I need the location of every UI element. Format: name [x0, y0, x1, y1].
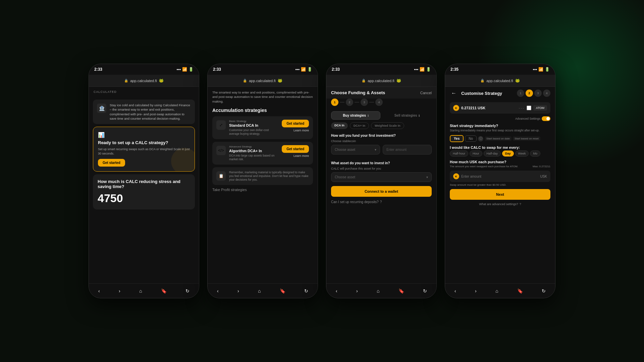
phone-2-content: The smartest way to enter and exit posit… — [208, 87, 318, 283]
p3-choose-asset-text: Choose asset — [335, 148, 355, 152]
p4-token-row: K 0.272211 USK ··· ATOM — [450, 102, 550, 114]
freq-halfhour[interactable]: Half-hour — [450, 150, 468, 157]
p4-next-button[interactable]: Next — [450, 189, 550, 200]
strategy-desc-1: Customise your own dollar-cost average b… — [229, 128, 278, 136]
tab-buy-strategies[interactable]: Buy strategies ℹ — [331, 111, 380, 120]
phone-3-content: Choose Funding & Assets Cancel 1 2 3 4 B… — [326, 87, 436, 283]
address-bar-2: 🔒 app.calculated.fi 🐸 — [208, 75, 318, 87]
subtab-dca-plus-label: DCA+ In — [354, 124, 365, 127]
p4-info-button[interactable]: ⓘ — [478, 136, 483, 141]
battery-icon: 🔋 — [189, 67, 194, 72]
info-card-text: Remember, marketing material is typicall… — [229, 171, 309, 182]
strategy-cta-1[interactable]: Get started — [282, 120, 309, 127]
subtab-weighted[interactable]: Weighted Scale In — [371, 122, 404, 129]
token-checkbox[interactable] — [527, 106, 531, 110]
p4-amount-input[interactable] — [461, 175, 538, 178]
p4-step-1: 1 — [517, 89, 524, 97]
lock-icon-4: 🔒 — [480, 79, 484, 82]
nav-bookmark-3[interactable]: 🔖 — [396, 287, 407, 295]
adv-settings-toggle[interactable] — [542, 116, 550, 121]
nav-home-3[interactable]: ⌂ — [374, 287, 382, 295]
nav-back-4[interactable]: ‹ — [452, 287, 459, 295]
token-switch-button[interactable]: ATOM — [533, 105, 547, 111]
p3-choose-asset-select[interactable]: Choose asset ▾ — [331, 145, 380, 155]
step-line-1 — [340, 102, 344, 103]
nav-forward-1[interactable]: › — [116, 287, 123, 295]
strategy-card-1: ⤢ Basic Strategy Standard DCA In Customi… — [212, 116, 313, 139]
p1-bottom-card: How much is CALC reducing stress and sav… — [93, 174, 195, 209]
nav-back-1[interactable]: ‹ — [96, 287, 103, 295]
p4-step-2: 2 — [526, 89, 533, 97]
nav-refresh-1[interactable]: ↻ — [183, 287, 192, 295]
status-bar-4: 2:35 ▪▪▪ 📶 🔋 — [445, 64, 555, 75]
nav-bookmark-2[interactable]: 🔖 — [277, 287, 288, 295]
p3-title: Choose Funding & Assets — [331, 90, 385, 95]
address-bar-4: 🔒 app.calculated.fi 🐸 — [445, 75, 555, 87]
nav-bookmark-1[interactable]: 🔖 — [158, 287, 169, 295]
nav-refresh-2[interactable]: ↻ — [302, 287, 311, 295]
step-2: 2 — [346, 99, 353, 106]
p4-yes-no-row: Yes No ⓘ Start based on date Start based… — [450, 135, 550, 142]
strategy-learn-2[interactable]: Learn more — [293, 154, 309, 158]
nav-bookmark-4[interactable]: 🔖 — [515, 287, 526, 295]
nav-refresh-4[interactable]: ↻ — [539, 287, 548, 295]
p4-back-button[interactable]: ← — [450, 90, 458, 96]
nav-forward-3[interactable]: › — [354, 287, 361, 295]
freq-day[interactable]: Day — [502, 150, 514, 157]
subtab-weighted-label: Weighted Scale In — [375, 124, 400, 127]
nav-forward-4[interactable]: › — [472, 287, 479, 295]
p4-amount-section: How much USK each purchase? The amount y… — [450, 160, 550, 186]
p4-content: K 0.272211 USK ··· ATOM Advanced Setting… — [445, 100, 555, 283]
address-2: app.calculated.fi — [249, 79, 276, 83]
strategy-cta-2[interactable]: Get started — [282, 145, 309, 153]
step-4: 4 — [375, 99, 383, 106]
p4-start-desc: Starting immediately means your first sw… — [450, 129, 550, 132]
p4-amount-desc-text: The amount you want swapped each purchas… — [450, 165, 518, 168]
subtab-dca-label: DCA In — [334, 124, 344, 127]
p3-invest-asset-select[interactable]: Choose asset ▾ — [331, 172, 432, 182]
p4-adv-help-icon: ? — [520, 202, 521, 206]
nav-home-4[interactable]: ⌂ — [493, 287, 501, 295]
p4-no-button[interactable]: No — [465, 135, 477, 142]
freq-hour[interactable]: Hour — [470, 150, 482, 157]
tab-buy-info: ℹ — [368, 114, 369, 117]
p4-amount-title: How much USK each purchase? — [450, 160, 550, 164]
freq-week[interactable]: Week — [515, 150, 529, 157]
p1-card-icon: 📊 — [98, 132, 190, 138]
nav-home-1[interactable]: ⌂ — [137, 287, 145, 295]
nav-refresh-3[interactable]: ↻ — [420, 287, 430, 295]
start-based-reset: Start based on reset — [513, 136, 540, 141]
tab-sell-strategies[interactable]: Sell strategies ℹ — [382, 111, 432, 120]
p4-title: Customise Strategy — [461, 91, 514, 96]
subtab-dca-plus[interactable]: DCA+ In — [350, 122, 369, 129]
subtab-dca-in[interactable]: DCA In — [331, 122, 348, 129]
freq-halfday[interactable]: Half-day — [484, 150, 501, 157]
nav-home-2[interactable]: ⌂ — [255, 287, 263, 295]
strategy-badge-1: Basic Strategy — [229, 120, 278, 123]
nav-forward-2[interactable]: › — [235, 287, 242, 295]
p4-adv-link-text[interactable]: What are advanced settings? — [479, 202, 518, 206]
nav-bar-3: ‹ › ⌂ 🔖 ↻ — [326, 283, 436, 298]
strategy-learn-1[interactable]: Learn more — [293, 129, 309, 132]
nav-back-2[interactable]: ‹ — [214, 287, 221, 295]
p1-bottom-title: How much is CALC reducing stress and sav… — [98, 179, 190, 189]
p3-amount-input[interactable]: Enter amount — [383, 145, 432, 155]
p3-help-row: Can I set up recurring deposits? ? — [331, 200, 432, 204]
strategy-actions-2: Get started Learn more — [282, 145, 309, 158]
p1-get-started-button[interactable]: Get started — [98, 159, 125, 167]
lock-icon-2: 🔒 — [243, 79, 247, 82]
start-based-date: Start based on date — [485, 136, 512, 141]
step-3: 3 — [361, 99, 368, 106]
battery-icon-4: 🔋 — [545, 67, 550, 72]
p3-cancel[interactable]: Cancel — [420, 91, 432, 95]
status-time-2: 2:33 — [213, 67, 221, 72]
p3-invest-asset-text: Choose asset — [335, 175, 355, 179]
strategy-info-2: Advanced Strategy Algorithm DCA+ In DCA … — [229, 145, 278, 161]
signal-icon-2: ▪▪▪ — [295, 67, 300, 72]
freq-month[interactable]: Mo — [530, 150, 540, 157]
p4-yes-button[interactable]: Yes — [450, 135, 464, 142]
p3-invest-section: What asset do you want to invest in? CAL… — [326, 159, 436, 206]
p3-connect-wallet-button[interactable]: Connect to a wallet — [331, 186, 432, 197]
nav-back-3[interactable]: ‹ — [333, 287, 340, 295]
p3-stablecoin-label: Choose stablecoin — [331, 139, 432, 143]
